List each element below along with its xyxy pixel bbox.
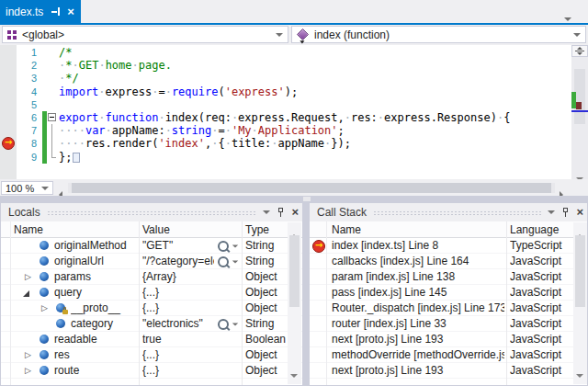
column-divider[interactable]	[242, 221, 243, 385]
scrollbar-thumb[interactable]	[575, 235, 585, 307]
current-statement-icon[interactable]	[2, 137, 15, 150]
line-margin[interactable]	[0, 46, 17, 59]
scroll-down-arrow-icon[interactable]	[576, 365, 583, 381]
code-line[interactable]: 1/*	[0, 46, 571, 59]
code-editor[interactable]: 1/*2·*·GET·home·page.3·*/4import·express…	[0, 45, 571, 179]
pin-icon[interactable]	[277, 208, 285, 218]
line-margin[interactable]	[0, 59, 17, 72]
code-line[interactable]: 8····res.render('index',·{·title:·appNam…	[0, 137, 571, 150]
variable-value: {...}	[142, 286, 238, 299]
line-margin[interactable]	[0, 111, 17, 124]
close-icon[interactable]: ×	[576, 207, 583, 218]
field-icon	[56, 319, 65, 328]
variable-type: Object	[245, 286, 286, 299]
table-row[interactable]: param [index.js] Line 138JavaScript	[310, 269, 587, 285]
outline-margin[interactable]	[47, 137, 59, 150]
code-line[interactable]: 4import·express·=·require('express');	[0, 85, 571, 98]
table-row[interactable]: ▷route{...}Object	[1, 363, 302, 379]
collapse-box-icon[interactable]	[48, 113, 56, 121]
table-row[interactable]: ▷res{...}Object	[1, 347, 302, 363]
outline-margin[interactable]	[47, 59, 59, 72]
code-line[interactable]: 7····var·appName:·string·=·'My·Applicati…	[0, 124, 571, 137]
table-row[interactable]: methodOverride [methodOverride.js]JavaSc…	[310, 347, 587, 363]
scroll-down-arrow-icon[interactable]	[290, 365, 298, 381]
tab-index-ts[interactable]: index.ts ×	[0, 0, 81, 23]
pin-icon[interactable]	[51, 7, 62, 17]
column-header-type[interactable]: Type	[245, 223, 269, 236]
chevron-down-icon[interactable]	[232, 244, 238, 247]
locals-title-bar[interactable]: Locals ×	[1, 203, 302, 221]
scrollbar-thumb[interactable]	[289, 235, 300, 307]
column-divider[interactable]	[506, 221, 507, 385]
outline-margin[interactable]	[47, 111, 59, 124]
table-row[interactable]: originalUrl"/?category=electronics"Strin…	[1, 254, 302, 269]
code-line[interactable]: 5	[0, 98, 571, 111]
horizontal-scrollbar[interactable]	[68, 183, 555, 193]
table-row[interactable]: ▷__proto__{...}Object	[1, 301, 302, 316]
value-magnifier[interactable]	[218, 256, 239, 267]
expander-collapsed-icon[interactable]: ▷	[25, 350, 31, 360]
table-row[interactable]: originalMethod"GET"String	[1, 238, 302, 254]
line-margin[interactable]	[0, 124, 17, 137]
line-margin[interactable]	[0, 151, 17, 164]
table-row[interactable]: index [index.ts] Line 8TypeScript	[310, 238, 587, 254]
column-divider[interactable]	[139, 221, 140, 385]
table-row[interactable]: next [proto.js] Line 193JavaScript	[310, 332, 587, 347]
line-margin[interactable]	[0, 98, 17, 111]
outline-margin[interactable]	[47, 72, 59, 85]
outline-margin[interactable]	[47, 85, 59, 98]
outline-margin[interactable]	[47, 124, 59, 137]
magnifier-icon[interactable]	[218, 256, 229, 267]
outline-margin[interactable]	[47, 151, 59, 164]
line-number: 4	[17, 85, 42, 98]
table-row[interactable]: router [index.js] Line 33JavaScript	[310, 316, 587, 332]
split-editor-handle[interactable]	[571, 45, 588, 57]
code-line[interactable]: 2·*·GET·home·page.	[0, 59, 571, 72]
line-number: 3	[17, 72, 42, 85]
table-row[interactable]: callbacks [index.js] Line 164JavaScript	[310, 254, 587, 269]
expander-collapsed-icon[interactable]: ▷	[41, 303, 48, 313]
chevron-down-icon[interactable]	[232, 260, 238, 263]
table-row[interactable]: pass [index.js] Line 145JavaScript	[310, 285, 587, 301]
column-header-language[interactable]: Language	[510, 223, 559, 236]
table-row[interactable]: readabletrueBoolean	[1, 332, 302, 347]
chevron-down-icon[interactable]	[232, 323, 238, 325]
close-icon[interactable]: ×	[291, 207, 299, 218]
outline-margin[interactable]	[47, 46, 59, 59]
column-header-name[interactable]: Name	[14, 223, 43, 236]
zoom-control[interactable]: 100 %	[1, 181, 53, 195]
magnifier-icon[interactable]	[218, 319, 229, 330]
table-row[interactable]: next [proto.js] Line 193JavaScript	[310, 363, 587, 379]
line-margin[interactable]	[0, 137, 17, 150]
line-margin[interactable]	[0, 72, 17, 85]
callstack-scrollbar[interactable]	[573, 222, 587, 384]
pin-icon[interactable]	[561, 208, 570, 218]
expander-collapsed-icon[interactable]: ▷	[25, 272, 31, 282]
code-line[interactable]: 6export·function·index(req:·express.Requ…	[0, 111, 571, 124]
outline-margin[interactable]	[47, 98, 59, 111]
expander-collapsed-icon[interactable]: ▷	[25, 366, 31, 376]
panel-splitter[interactable]	[0, 196, 588, 202]
close-icon[interactable]: ×	[67, 6, 74, 17]
column-header-name[interactable]: Name	[332, 223, 361, 236]
column-header-value[interactable]: Value	[142, 223, 170, 236]
window-position-icon[interactable]	[548, 210, 555, 214]
line-margin[interactable]	[0, 85, 17, 98]
value-magnifier[interactable]	[218, 241, 239, 252]
table-row[interactable]: ▷params{Array}Object	[1, 269, 302, 285]
editor-vertical-scrollbar[interactable]	[571, 45, 588, 179]
table-row[interactable]: category"electronics"String	[1, 316, 302, 332]
table-row[interactable]: Router._dispatch [index.js] Line 173Java…	[310, 301, 587, 316]
window-position-icon[interactable]	[263, 210, 270, 214]
scope-dropdown[interactable]: <global>	[2, 26, 288, 43]
expander-expanded-icon[interactable]	[23, 290, 29, 297]
table-row[interactable]: query{...}Object	[1, 285, 302, 301]
magnifier-icon[interactable]	[218, 241, 229, 252]
code-line[interactable]: 9};	[0, 151, 571, 164]
value-magnifier[interactable]	[218, 319, 239, 330]
locals-scrollbar[interactable]	[288, 222, 301, 384]
scrollbar-thumb[interactable]	[72, 183, 551, 193]
callstack-title-bar[interactable]: Call Stack ×	[310, 203, 587, 221]
member-dropdown[interactable]: index (function)	[291, 26, 586, 43]
code-line[interactable]: 3·*/	[0, 72, 571, 85]
